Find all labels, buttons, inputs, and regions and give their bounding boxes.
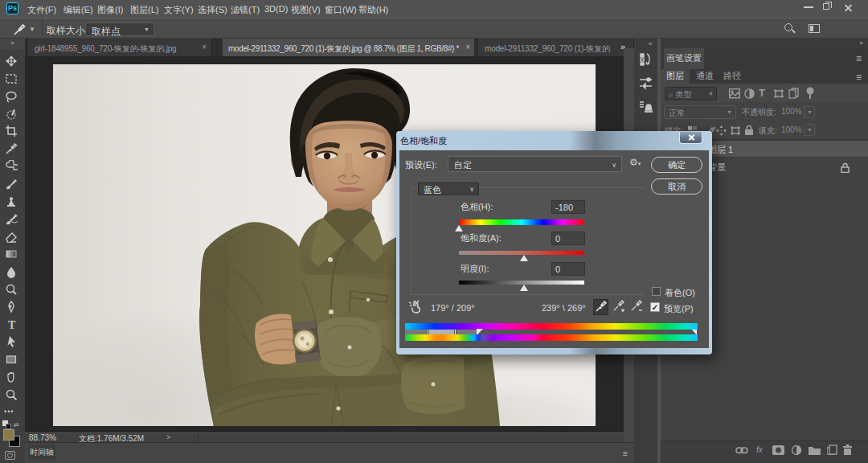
svg-text:T: T <box>8 319 16 331</box>
